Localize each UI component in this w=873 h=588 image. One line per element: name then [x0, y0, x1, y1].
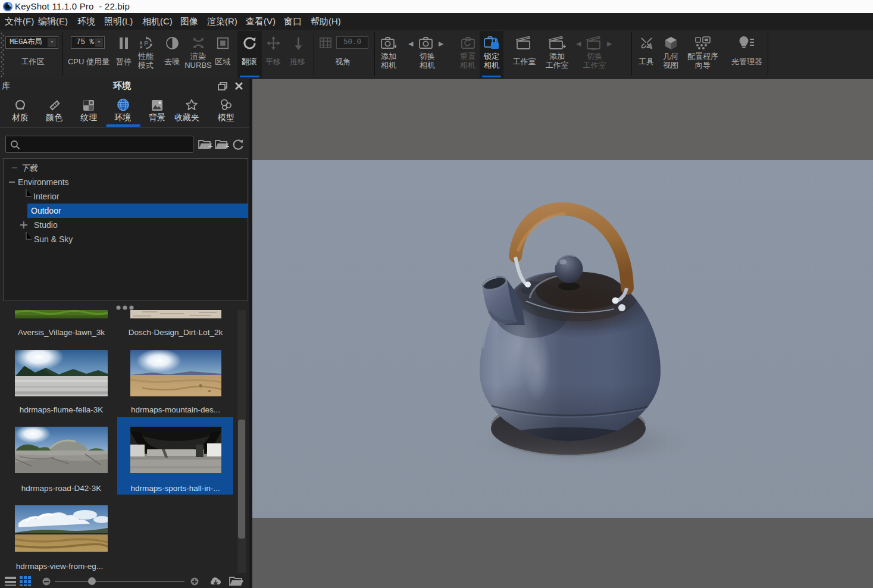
svg-text:P: P — [144, 40, 148, 47]
